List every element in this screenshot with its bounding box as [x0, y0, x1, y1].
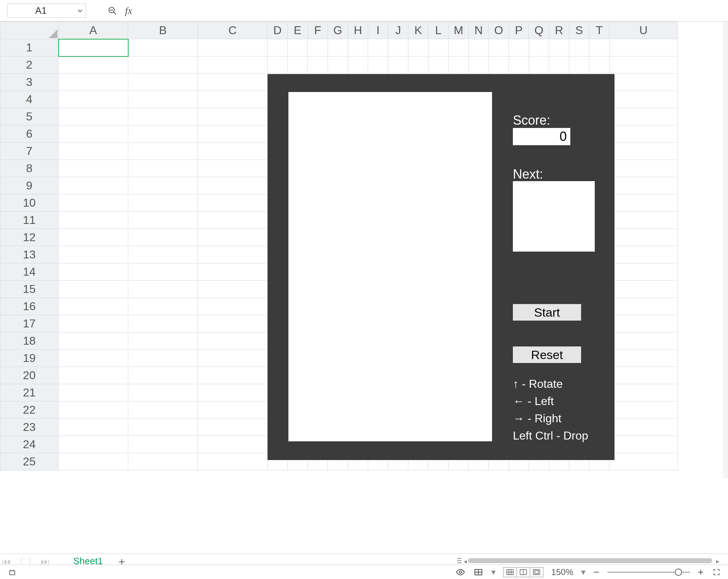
col-header-S[interactable]: S	[569, 22, 589, 39]
col-header-J[interactable]: J	[388, 22, 408, 39]
cell-E1[interactable]	[288, 39, 308, 56]
name-box[interactable]: A1	[7, 4, 86, 18]
row-header-19[interactable]: 19	[0, 350, 59, 367]
cell-A4[interactable]	[59, 91, 128, 108]
col-header-Q[interactable]: Q	[529, 22, 549, 39]
start-button[interactable]: Start	[513, 304, 581, 321]
cell-G2[interactable]	[328, 56, 348, 74]
col-header-R[interactable]: R	[549, 22, 569, 39]
layout-dropdown-icon[interactable]: ▾	[491, 567, 496, 577]
cell-H2[interactable]	[348, 56, 368, 74]
zoom-knob[interactable]	[675, 569, 682, 576]
row-header-23[interactable]: 23	[0, 419, 59, 436]
cell-J2[interactable]	[388, 56, 408, 74]
cell-B8[interactable]	[128, 160, 198, 177]
cell-U19[interactable]	[609, 350, 678, 367]
cell-D1[interactable]	[268, 39, 288, 56]
row-header-21[interactable]: 21	[0, 384, 59, 401]
col-header-B[interactable]: B	[128, 22, 198, 39]
cell-A24[interactable]	[59, 436, 128, 453]
cell-U24[interactable]	[609, 436, 678, 453]
cell-B10[interactable]	[128, 194, 198, 212]
row-header-14[interactable]: 14	[0, 263, 59, 281]
hscroll-grip-icon[interactable]	[457, 557, 462, 564]
cell-U2[interactable]	[609, 56, 678, 74]
view-pagelayout-button[interactable]	[516, 567, 530, 577]
cell-C24[interactable]	[198, 436, 268, 453]
cell-A19[interactable]	[59, 350, 128, 367]
scroll-left-icon[interactable]: ◂	[464, 557, 467, 565]
cell-K2[interactable]	[408, 56, 428, 74]
cell-U6[interactable]	[609, 125, 678, 143]
cell-U10[interactable]	[609, 194, 678, 212]
eye-icon[interactable]	[455, 567, 465, 577]
cell-C11[interactable]	[198, 212, 268, 229]
cell-A15[interactable]	[59, 281, 128, 298]
cell-U13[interactable]	[609, 246, 678, 263]
cell-A21[interactable]	[59, 384, 128, 401]
col-header-E[interactable]: E	[288, 22, 308, 39]
row-header-15[interactable]: 15	[0, 281, 59, 298]
col-header-H[interactable]: H	[348, 22, 368, 39]
cell-U7[interactable]	[609, 143, 678, 160]
row-header-17[interactable]: 17	[0, 315, 59, 332]
cell-C25[interactable]	[198, 453, 268, 470]
cell-C2[interactable]	[198, 56, 268, 74]
cell-U14[interactable]	[609, 263, 678, 281]
col-header-K[interactable]: K	[408, 22, 428, 39]
cell-K1[interactable]	[408, 39, 428, 56]
cell-S2[interactable]	[569, 56, 589, 74]
col-header-A[interactable]: A	[59, 22, 128, 39]
cell-C10[interactable]	[198, 194, 268, 212]
cell-U21[interactable]	[609, 384, 678, 401]
cell-A8[interactable]	[59, 160, 128, 177]
cell-C21[interactable]	[198, 384, 268, 401]
cell-U18[interactable]	[609, 332, 678, 350]
row-header-3[interactable]: 3	[0, 74, 59, 91]
cell-C22[interactable]	[198, 401, 268, 419]
cell-B14[interactable]	[128, 263, 198, 281]
col-header-F[interactable]: F	[308, 22, 328, 39]
cell-P1[interactable]	[509, 39, 529, 56]
col-header-C[interactable]: C	[198, 22, 268, 39]
cell-B15[interactable]	[128, 281, 198, 298]
cell-A3[interactable]	[59, 74, 128, 91]
cell-J1[interactable]	[388, 39, 408, 56]
cell-C18[interactable]	[198, 332, 268, 350]
cell-B19[interactable]	[128, 350, 198, 367]
cell-A9[interactable]	[59, 177, 128, 194]
row-header-6[interactable]: 6	[0, 125, 59, 143]
cell-E2[interactable]	[288, 56, 308, 74]
cell-C23[interactable]	[198, 419, 268, 436]
cell-C8[interactable]	[198, 160, 268, 177]
fx-label[interactable]: fx	[125, 5, 132, 17]
cell-C12[interactable]	[198, 229, 268, 246]
cell-O2[interactable]	[489, 56, 509, 74]
cell-Q2[interactable]	[529, 56, 549, 74]
cell-B23[interactable]	[128, 419, 198, 436]
row-header-8[interactable]: 8	[0, 160, 59, 177]
cell-C19[interactable]	[198, 350, 268, 367]
cell-B3[interactable]	[128, 74, 198, 91]
col-header-O[interactable]: O	[489, 22, 509, 39]
cell-C6[interactable]	[198, 125, 268, 143]
cell-B7[interactable]	[128, 143, 198, 160]
cell-Q1[interactable]	[529, 39, 549, 56]
cell-C3[interactable]	[198, 74, 268, 91]
cell-A11[interactable]	[59, 212, 128, 229]
cell-N2[interactable]	[469, 56, 489, 74]
zoom-out-button[interactable]: −	[593, 566, 599, 578]
cell-C16[interactable]	[198, 298, 268, 315]
row-header-12[interactable]: 12	[0, 229, 59, 246]
zoom-out-icon[interactable]	[108, 6, 117, 15]
cell-A5[interactable]	[59, 108, 128, 125]
zoom-slider[interactable]	[607, 569, 690, 576]
row-header-11[interactable]: 11	[0, 212, 59, 229]
cell-B1[interactable]	[128, 39, 198, 56]
row-header-4[interactable]: 4	[0, 91, 59, 108]
cell-C7[interactable]	[198, 143, 268, 160]
horizontal-scrollbar[interactable]: ◂ ▸	[450, 557, 719, 564]
row-header-2[interactable]: 2	[0, 56, 59, 74]
cell-B25[interactable]	[128, 453, 198, 470]
cell-B4[interactable]	[128, 91, 198, 108]
